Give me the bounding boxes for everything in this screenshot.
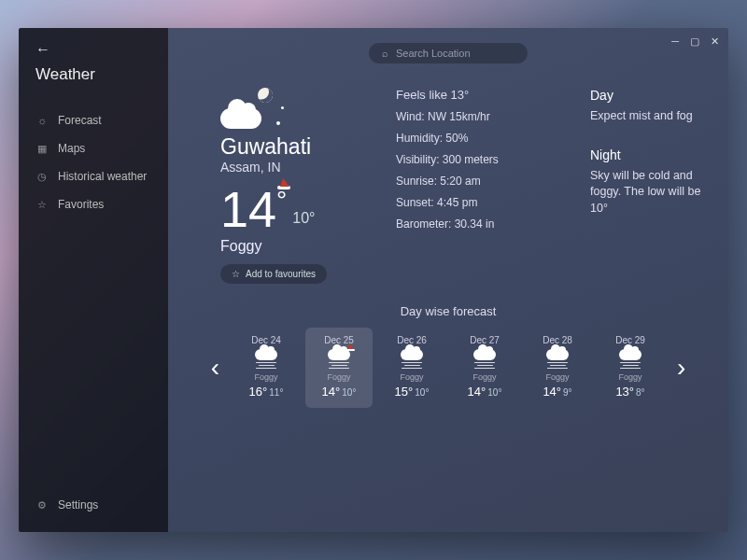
forecast-day[interactable]: Dec 28Foggy14°9° [524,328,591,408]
nav-label: Maps [58,142,85,155]
forecast-temps: 15°10° [382,385,442,399]
humidity: Humidity: 50% [396,132,555,145]
cloudy-night-icon [220,88,276,129]
sun-icon: ☼ [35,115,49,126]
night-summary-title: Night [590,147,702,162]
forecast-day[interactable]: Dec 29Foggy13°8° [597,328,664,408]
window-controls: ─ ▢ ✕ [671,35,719,48]
nav-label: Favorites [58,198,104,211]
feels-like: Feels like 13° [396,88,555,102]
forecast-day[interactable]: Dec 26Foggy15°10° [378,328,445,408]
forecast-day[interactable]: Dec 24Foggy16°11° [233,328,300,408]
sidebar: ← Weather ☼Forecast▦Maps◷Historical weat… [19,28,168,532]
summary-column: Day Expect mist and fog Night Sky will b… [590,88,702,284]
map-icon: ▦ [35,143,49,155]
sidebar-item-favorites[interactable]: ☆Favorites [19,190,168,218]
city-name: Guwahati [220,134,360,160]
temperature-high: 14° [220,184,287,234]
forecast-date: Dec 28 [528,335,587,345]
current-weather: Guwahati Assam, IN 14° 10° Foggy ☆ Add t… [220,88,360,284]
details-column: Feels like 13° Wind: NW 15km/hr Humidity… [396,88,555,284]
visibility: Visibility: 300 meters [396,153,555,166]
forecast-temps: 14°10° [309,385,369,399]
forecast-date: Dec 29 [600,335,660,345]
foggy-icon [398,349,426,370]
gear-icon: ⚙ [35,499,49,511]
sidebar-item-forecast[interactable]: ☼Forecast [19,106,168,134]
forecast-date: Dec 27 [455,335,514,345]
search-icon: ⌕ [382,48,388,59]
star-icon: ☆ [35,199,49,211]
forecast-temps: 14°10° [455,385,514,399]
back-button[interactable]: ← [19,41,168,65]
sidebar-item-historical-weather[interactable]: ◷Historical weather [19,162,168,190]
barometer: Barometer: 30.34 in [396,217,555,231]
wind: Wind: NW 15km/hr [396,110,555,123]
search-box[interactable]: ⌕ [369,43,528,63]
app-window: ← Weather ☼Forecast▦Maps◷Historical weat… [19,28,728,532]
star-icon: ☆ [232,269,240,279]
forecast-date: Dec 26 [382,335,442,345]
forecast-temps: 14°9° [528,385,587,399]
search-input[interactable] [396,48,514,59]
forecast-row: ‹ Dec 24Foggy16°11°Dec 25Foggy14°10°Dec … [168,318,728,425]
forecast-condition: Foggy [455,372,514,382]
foggy-icon [325,349,353,370]
minimize-button[interactable]: ─ [671,35,679,48]
forecast-next-button[interactable]: › [669,353,693,383]
nav-label: Forecast [58,114,102,127]
forecast-temps: 16°11° [236,385,296,399]
forecast-day[interactable]: Dec 25Foggy14°10° [305,328,373,408]
sunset: Sunset: 4:45 pm [396,196,555,209]
forecast-title: Day wise forecast [168,304,728,318]
santa-hat-icon [346,344,355,351]
region-name: Assam, IN [220,160,360,175]
sidebar-item-maps[interactable]: ▦Maps [19,134,168,162]
foggy-icon [616,349,644,370]
back-arrow-icon: ← [35,41,50,57]
settings-label: Settings [58,498,98,511]
forecast-condition: Foggy [528,372,587,382]
forecast-date: Dec 25 [309,335,369,345]
sidebar-item-settings[interactable]: ⚙ Settings [19,491,168,519]
day-summary-title: Day [590,88,702,103]
nav: ☼Forecast▦Maps◷Historical weather☆Favori… [19,106,168,491]
forecast-condition: Foggy [309,372,369,382]
history-icon: ◷ [35,171,49,183]
night-summary-body: Sky will be cold and foggy. The low will… [590,168,702,217]
condition-label: Foggy [220,238,360,255]
temperature-low: 10° [292,210,315,227]
forecast-prev-button[interactable]: ‹ [204,353,227,383]
foggy-icon [252,349,280,370]
sunrise: Sunrise: 5:20 am [396,175,555,188]
maximize-button[interactable]: ▢ [690,35,699,48]
close-button[interactable]: ✕ [711,35,719,48]
fav-label: Add to favourites [246,269,316,279]
forecast-condition: Foggy [600,372,660,382]
day-summary-body: Expect mist and fog [590,108,702,125]
nav-label: Historical weather [58,170,147,183]
main-panel: ─ ▢ ✕ ⌕ Guwahati Assam, IN 14° [168,28,728,532]
forecast-condition: Foggy [236,372,296,382]
app-title: Weather [19,65,168,106]
add-favorites-button[interactable]: ☆ Add to favourites [220,264,327,284]
forecast-day[interactable]: Dec 27Foggy14°10° [451,328,518,408]
forecast-date: Dec 24 [236,335,296,345]
foggy-icon [471,349,499,370]
forecast-temps: 13°8° [600,385,660,399]
santa-hat-icon [277,180,290,189]
foggy-icon [543,349,571,370]
forecast-condition: Foggy [382,372,442,382]
